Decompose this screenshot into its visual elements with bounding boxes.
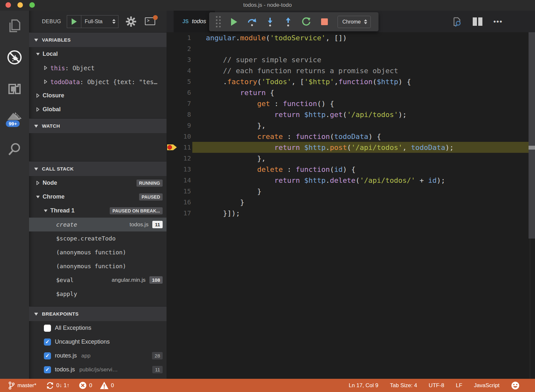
continue-button[interactable] — [227, 15, 241, 29]
breakpoint-checkbox[interactable]: ✓ — [44, 352, 51, 359]
gutter-breakpoint-area[interactable] — [167, 175, 178, 186]
gutter-breakpoint-area[interactable] — [167, 120, 178, 131]
git-sync-item[interactable]: 0↓ 1↑ — [46, 382, 70, 389]
gutter-breakpoint-area[interactable] — [167, 54, 178, 65]
cursor-position-item[interactable]: Ln 17, Col 9 — [349, 382, 379, 389]
code-line: 1angular.module('todoService', []) — [167, 32, 535, 43]
code-token: + — [415, 176, 428, 184]
toolbar-drag-grip[interactable] — [214, 15, 223, 29]
search-icon[interactable] — [0, 138, 29, 161]
gutter-breakpoint-area[interactable] — [167, 131, 178, 142]
breakpoint-row[interactable]: ✓routes.jsapp28 — [29, 349, 167, 363]
debug-icon[interactable] — [0, 46, 29, 69]
variables-scope-row[interactable]: Global — [29, 103, 167, 116]
twistie-collapsed-icon[interactable] — [43, 66, 48, 70]
gutter-breakpoint-area[interactable] — [167, 109, 178, 120]
twistie-collapsed-icon[interactable] — [35, 181, 40, 185]
eol-item[interactable]: LF — [456, 382, 462, 389]
call-stack-frame-row[interactable]: (anonymous function) — [29, 245, 167, 259]
gutter-breakpoint-area[interactable] — [167, 153, 178, 164]
twistie-expanded-icon[interactable] — [35, 52, 40, 56]
stop-button[interactable] — [317, 15, 332, 29]
code-token — [300, 143, 304, 152]
watch-section-header[interactable]: WATCH — [29, 118, 167, 133]
gutter-breakpoint-area[interactable] — [167, 197, 178, 208]
explorer-icon[interactable] — [0, 15, 29, 37]
step-into-button[interactable] — [263, 15, 278, 29]
code-line: 11 return $http.post('/api/todos', todoD… — [167, 142, 535, 153]
code-line: 3 // super simple service — [167, 54, 535, 65]
breakpoint-row[interactable]: All Exceptions — [29, 321, 167, 335]
gutter-breakpoint-area[interactable] — [167, 186, 178, 197]
editor-scrollbar[interactable] — [529, 32, 535, 239]
git-branch-item[interactable]: master* — [8, 381, 36, 390]
language-mode-item[interactable]: JavaScript — [474, 382, 500, 389]
configure-gear-icon[interactable] — [126, 16, 136, 27]
launch-config-select[interactable]: Full-Sta — [81, 15, 112, 28]
breakpoint-row[interactable]: ✓Uncaught Exceptions — [29, 335, 167, 349]
find-in-file-icon[interactable] — [451, 16, 462, 27]
call-stack-session-row[interactable]: NodeRUNNING — [29, 176, 167, 190]
call-stack-session-row[interactable]: ChromePAUSED — [29, 190, 167, 204]
gutter-breakpoint-area[interactable] — [167, 98, 178, 109]
tab-size-item[interactable]: Tab Size: 4 — [390, 382, 417, 389]
variable-row[interactable]: todoData: Object {text: "tes… — [29, 75, 167, 89]
restart-button[interactable] — [299, 15, 314, 29]
step-out-button[interactable] — [281, 15, 296, 29]
variables-scope-row[interactable]: Local — [29, 47, 167, 61]
breakpoint-checkbox[interactable]: ✓ — [44, 338, 51, 346]
gutter-breakpoint-area[interactable] — [167, 76, 178, 87]
step-over-button[interactable] — [245, 15, 259, 29]
breakpoints-section-header[interactable]: BREAKPOINTS — [29, 306, 167, 321]
extensions-icon[interactable] — [0, 77, 29, 99]
encoding-item[interactable]: UTF-8 — [429, 382, 444, 389]
session-state-badge: RUNNING — [136, 180, 163, 187]
gutter-breakpoint-area[interactable] — [167, 208, 178, 219]
sync-icon — [46, 382, 54, 389]
feedback-smiley-icon[interactable] — [511, 381, 520, 390]
gutter-breakpoint-area[interactable] — [167, 164, 178, 175]
start-debug-button[interactable] — [67, 15, 81, 28]
breakpoint-checkbox[interactable] — [44, 325, 51, 332]
code-token: $http — [304, 143, 326, 152]
gutter-breakpoint-area[interactable] — [167, 65, 178, 76]
line-number: 1 — [178, 34, 191, 42]
variables-section-header[interactable]: VARIABLES — [29, 32, 167, 47]
twistie-collapsed-icon[interactable] — [35, 93, 40, 98]
gutter-breakpoint-area[interactable] — [167, 43, 178, 54]
source-control-icon[interactable]: 99+ — [0, 107, 29, 130]
gutter-breakpoint-area[interactable] — [167, 87, 178, 98]
session-state-badge: PAUSED ON BREAK... — [110, 207, 163, 214]
code-token: ( — [257, 78, 261, 86]
gutter-breakpoint-area[interactable] — [167, 32, 178, 43]
call-stack-frame-row[interactable]: $apply — [29, 287, 167, 301]
twistie-collapsed-icon[interactable] — [43, 80, 48, 84]
split-editor-icon[interactable] — [473, 17, 482, 26]
twistie-expanded-icon[interactable] — [43, 209, 48, 212]
section-twistie-icon — [34, 124, 38, 128]
warnings-icon — [100, 382, 108, 389]
launch-config-spinner-icon[interactable] — [112, 15, 118, 28]
call-stack-frame-row[interactable]: createtodos.js11 — [29, 218, 167, 231]
call-stack-session-row[interactable]: Thread 1PAUSED ON BREAK... — [29, 204, 167, 218]
debug-target-select[interactable]: Chrome — [338, 16, 371, 28]
code-token: '/api/todos/' — [360, 176, 415, 184]
breakpoint-checkbox[interactable]: ✓ — [44, 366, 51, 373]
call-stack-frame-row[interactable]: $scope.createTodo — [29, 231, 167, 245]
variables-scope-row[interactable]: Closure — [29, 89, 167, 103]
debug-console-icon[interactable]: > — [145, 17, 156, 26]
more-actions-icon[interactable]: ••• — [493, 17, 503, 26]
twistie-collapsed-icon[interactable] — [35, 107, 40, 112]
variable-row[interactable]: this: Object — [29, 61, 167, 75]
call-stack-section-header[interactable]: CALL STACK — [29, 161, 167, 176]
twistie-expanded-icon[interactable] — [35, 195, 40, 199]
watch-section-title: WATCH — [42, 123, 60, 129]
code-token: $http — [377, 78, 398, 86]
call-stack-frame-row[interactable]: (anonymous function) — [29, 259, 167, 273]
call-stack-frame-row[interactable]: $evalangular.min.js108 — [29, 273, 167, 287]
breakpoint-row[interactable]: ✓todos.jspublic/js/servi…11 — [29, 363, 167, 377]
code-token: , []) — [326, 34, 347, 42]
tab-todos[interactable]: JS todos — [174, 11, 215, 32]
gutter-breakpoint-area[interactable] — [167, 142, 178, 153]
problems-item[interactable]: 0 0 — [79, 382, 114, 389]
